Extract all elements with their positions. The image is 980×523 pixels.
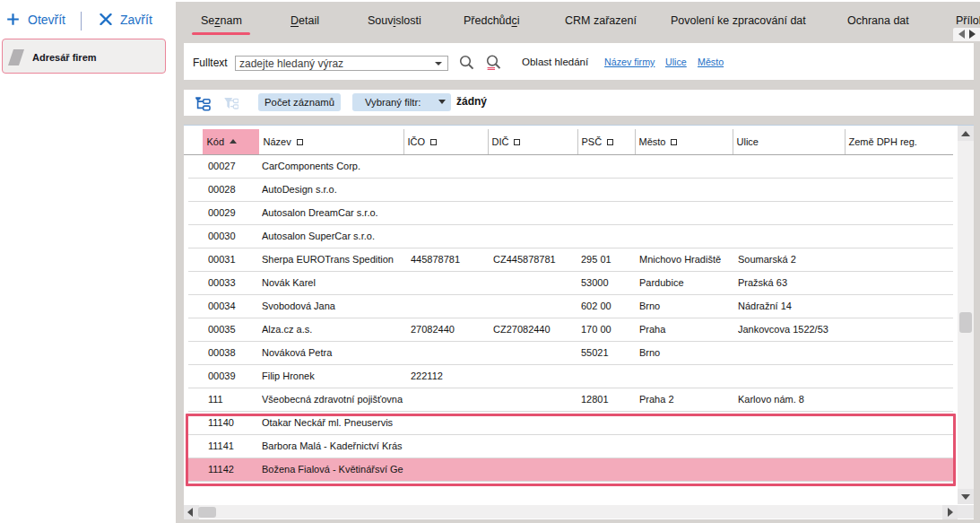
scroll-up-icon: [961, 131, 970, 136]
cell-ulice: Nádražní 14: [738, 295, 845, 318]
column-header-ico[interactable]: IČO: [403, 129, 488, 154]
table-row-11141[interactable]: 11141Barbora Malá - Kadeřnictví Krás: [188, 435, 953, 458]
table-row-00031[interactable]: 00031Sherpa EUROTrans Spedition445878781…: [188, 248, 953, 272]
cell-kod: 00031: [208, 248, 259, 271]
table-row-11140[interactable]: 11140Otakar Neckář ml. Pneuservis: [188, 412, 953, 435]
tab-p-edch-dci[interactable]: Předchůdci: [464, 14, 520, 27]
fulltext-placeholder: zadejte hledaný výraz: [239, 57, 343, 70]
tab-crm-za-azen-[interactable]: CRM zařazení: [565, 14, 637, 27]
cell-ulice: Jankovcova 1522/53: [738, 318, 845, 341]
column-filter-box-icon[interactable]: [671, 139, 677, 145]
open-button[interactable]: Otevřít: [28, 12, 65, 28]
horizontal-scrollbar[interactable]: [184, 505, 958, 519]
cell-kod: 11140: [208, 412, 259, 434]
tab-seznam[interactable]: Seznam: [201, 14, 242, 27]
vertical-scrollbar[interactable]: [958, 126, 974, 504]
tab-souvislosti[interactable]: Souvislosti: [368, 14, 421, 27]
search-highlight-icon[interactable]: [485, 54, 502, 71]
tab-detail[interactable]: Detail: [291, 14, 319, 27]
cell-nazev: AutoDesign s.r.o.: [262, 179, 403, 201]
table-row-00029[interactable]: 00029Autosalon DreamCar s.r.o.: [188, 202, 953, 225]
scroll-left-icon: [187, 508, 193, 517]
table-row-00030[interactable]: 00030Autosalon SuperCar s.r.o.: [188, 225, 953, 248]
scroll-down-button[interactable]: [958, 489, 974, 504]
column-filter-box-icon[interactable]: [430, 139, 437, 145]
selected-filter-dropdown[interactable]: Vybraný filtr:: [352, 93, 451, 111]
cell-psc: 295 01: [581, 248, 635, 271]
column-header-zeme[interactable]: Země DPH reg.: [845, 129, 953, 154]
cell-mesto: Praha 2: [639, 388, 733, 411]
column-header-mesto[interactable]: Město: [635, 129, 733, 154]
table-row-00028[interactable]: 00028AutoDesign s.r.o.: [188, 179, 953, 202]
table-row-00035[interactable]: 00035Alza.cz a.s.27082440CZ27082440170 0…: [188, 318, 953, 342]
horizontal-scrollbar-thumb[interactable]: [198, 507, 216, 518]
cell-nazev: Autosalon DreamCar s.r.o.: [262, 202, 403, 224]
column-filter-box-icon[interactable]: [514, 139, 520, 145]
search-icon[interactable]: [458, 54, 475, 71]
cell-ico: 27082440: [411, 318, 488, 341]
fulltext-input[interactable]: zadejte hledaný výraz: [235, 56, 448, 71]
cell-nazev: Otakar Neckář ml. Pneuservis: [262, 412, 403, 434]
cell-kod: 11141: [208, 435, 259, 458]
cell-kod: 00028: [208, 179, 259, 201]
active-tab-underline: [192, 32, 250, 35]
fulltext-dropdown-icon[interactable]: [435, 62, 442, 65]
scroll-right-icon: [948, 508, 953, 517]
column-filter-box-icon[interactable]: [297, 139, 303, 145]
tab-povolen-ke-zpracov-n-dat[interactable]: Povolení ke zpracování dat: [671, 14, 806, 27]
tab-scroll-right-icon[interactable]: [969, 30, 976, 39]
sidebar-actions-divider: [81, 12, 82, 31]
column-header-dic[interactable]: DIČ: [488, 129, 577, 154]
column-header-nazev[interactable]: Název: [259, 129, 403, 154]
cell-mesto: Pardubice: [639, 272, 733, 294]
tree-view-icon[interactable]: [195, 94, 212, 111]
table-row-111[interactable]: 111Všeobecná zdravotní pojišťovna12801Pr…: [188, 388, 953, 412]
table-row-00038[interactable]: 00038Nováková Petra55021Brno: [188, 342, 953, 365]
selected-filter-dropdown-label: Vybraný filtr:: [365, 93, 421, 111]
cell-ulice: Soumarská 2: [738, 248, 845, 271]
module-card-label: Adresář firem: [32, 52, 97, 63]
table-row-00033[interactable]: 00033Novák Karel53000PardubicePražská 63: [188, 272, 953, 295]
cell-kod: 11142: [208, 458, 259, 481]
scope-link-ulice[interactable]: Ulice: [665, 57, 687, 67]
scroll-right-button[interactable]: [942, 505, 958, 519]
cell-kod: 00029: [208, 202, 259, 224]
cell-nazev: Autosalon SuperCar s.r.o.: [262, 225, 403, 248]
table-row-00034[interactable]: 00034Svobodová Jana602 00BrnoNádražní 14: [188, 295, 953, 318]
cell-nazev: Božena Fialová - Květinářsví Ge: [262, 458, 403, 481]
column-filter-box-icon[interactable]: [607, 139, 613, 145]
cell-ulice: Karlovo nám. 8: [738, 388, 845, 411]
close-button[interactable]: Zavřít: [120, 12, 152, 28]
column-header-kod[interactable]: Kód: [203, 129, 259, 154]
sidebar: Otevřít Zavřít Adresář firem: [0, 0, 176, 523]
cell-dic: CZ445878781: [493, 248, 577, 271]
column-header-ulice[interactable]: Ulice: [733, 129, 845, 154]
tab-p-lohy[interactable]: Přílohy: [956, 14, 980, 27]
column-header-psc[interactable]: PSČ: [577, 129, 635, 154]
sort-ascending-icon: [230, 139, 237, 144]
cell-kod: 00030: [208, 225, 259, 248]
close-x-icon: [100, 13, 112, 25]
plus-icon: [6, 13, 20, 26]
table-panel: KódNázevIČODIČPSČMěstoUliceZemě DPH reg.…: [184, 125, 974, 519]
cell-kod: 00034: [208, 295, 259, 318]
scroll-left-button[interactable]: [184, 505, 199, 519]
cell-dic: CZ27082440: [493, 318, 577, 341]
record-count-button[interactable]: Počet záznamů: [258, 93, 341, 111]
scope-link-m-sto[interactable]: Město: [698, 57, 724, 67]
table-row-00039[interactable]: 00039Filip Hronek222112: [188, 365, 953, 388]
table-row-00027[interactable]: 00027CarComponents Corp.: [188, 155, 953, 179]
cell-psc: 602 00: [581, 295, 635, 318]
module-card-adresar-firem[interactable]: Adresář firem: [2, 39, 166, 74]
scroll-up-button[interactable]: [958, 126, 974, 141]
cell-nazev: Barbora Malá - Kadeřnictví Krás: [262, 435, 403, 458]
sidebar-actions: Otevřít Zavřít: [0, 0, 176, 39]
tab-ochrana-dat[interactable]: Ochrana dat: [847, 14, 909, 27]
cell-kod: 00035: [208, 318, 259, 341]
vertical-scrollbar-thumb[interactable]: [959, 312, 972, 333]
table-row-11142[interactable]: 11142Božena Fialová - Květinářsví Ge: [188, 458, 953, 482]
tab-scroll-left-icon[interactable]: [958, 30, 965, 39]
scope-link-n-zev-firmy[interactable]: Název firmy: [604, 57, 655, 67]
selected-filter-value: žádný: [456, 95, 487, 108]
cell-mesto: Brno: [639, 295, 733, 318]
